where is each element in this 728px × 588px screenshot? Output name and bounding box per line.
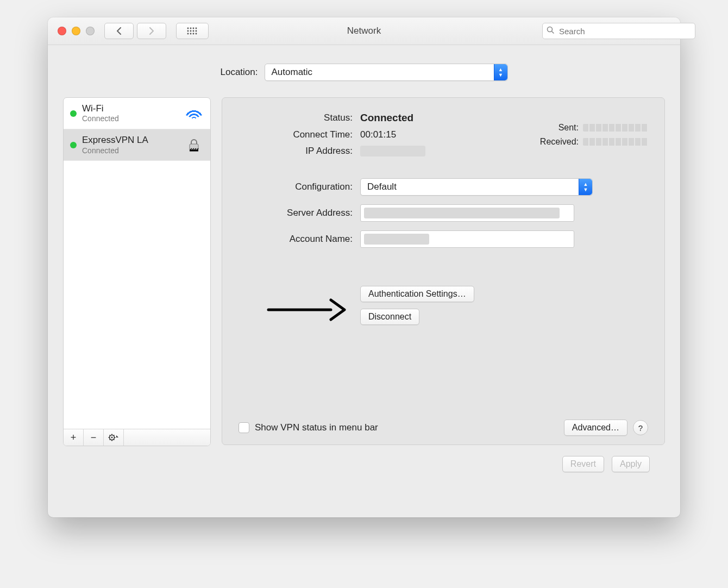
- zoom-window-button: [86, 27, 95, 35]
- sidebar-item-vpn[interactable]: ExpressVPN LA Connected: [64, 129, 210, 161]
- svg-point-8: [187, 33, 189, 35]
- received-meter: [583, 138, 648, 146]
- chevron-left-icon: [116, 27, 122, 35]
- svg-point-5: [190, 30, 192, 32]
- sidebar-item-wifi[interactable]: Wi-Fi Connected: [64, 98, 210, 129]
- connect-time-label: Connect Time:: [239, 129, 353, 140]
- back-button[interactable]: [104, 23, 134, 39]
- status-value: Connected: [360, 112, 648, 124]
- svg-point-1: [190, 28, 192, 29]
- titlebar: Network: [48, 17, 680, 45]
- sidebar-toolbar: + −: [64, 429, 210, 446]
- sidebar-item-name: ExpressVPN LA: [82, 135, 179, 146]
- advanced-button[interactable]: Advanced…: [564, 420, 627, 436]
- svg-point-11: [196, 33, 197, 35]
- annotation-arrow-icon: [266, 293, 347, 328]
- stepper-icon: ▲▼: [579, 179, 592, 195]
- server-address-label: Server Address:: [239, 208, 353, 218]
- authentication-settings-button[interactable]: Authentication Settings…: [360, 286, 474, 302]
- status-dot-icon: [70, 110, 77, 117]
- server-address-field[interactable]: [360, 204, 574, 222]
- network-preferences-window: Network Location: Automatic ▲▼: [48, 17, 680, 517]
- sent-label: Sent:: [540, 123, 579, 133]
- sent-meter: [583, 124, 648, 132]
- search-icon: [547, 26, 554, 35]
- sidebar-item-status: Connected: [82, 114, 179, 123]
- remove-service-button[interactable]: −: [84, 429, 104, 446]
- traffic-lights: [58, 27, 95, 35]
- gear-icon: [108, 434, 119, 441]
- svg-point-6: [193, 30, 194, 32]
- chevron-right-icon: [148, 27, 155, 35]
- wifi-icon: [184, 105, 204, 122]
- svg-point-4: [187, 30, 189, 32]
- server-address-value-redacted: [364, 208, 560, 218]
- add-service-button[interactable]: +: [64, 429, 84, 446]
- configuration-popup[interactable]: Default ▲▼: [360, 178, 593, 196]
- location-value: Automatic: [272, 67, 313, 78]
- sidebar-item-status: Connected: [82, 146, 179, 155]
- configuration-label: Configuration:: [239, 182, 353, 192]
- status-label: Status:: [239, 112, 353, 123]
- show-vpn-status-checkbox[interactable]: [239, 422, 249, 433]
- account-name-value-redacted: [364, 234, 429, 245]
- account-name-field[interactable]: [360, 230, 574, 248]
- configuration-value: Default: [367, 182, 397, 192]
- svg-point-9: [190, 33, 192, 35]
- svg-point-3: [196, 28, 197, 29]
- location-popup[interactable]: Automatic ▲▼: [265, 64, 508, 81]
- svg-point-7: [196, 30, 197, 32]
- location-label: Location:: [221, 67, 258, 78]
- status-dot-icon: [70, 142, 77, 148]
- disconnect-button[interactable]: Disconnect: [360, 309, 419, 325]
- grid-icon: [187, 27, 198, 35]
- ip-address-label: IP Address:: [239, 146, 353, 157]
- forward-button: [137, 23, 166, 39]
- revert-button[interactable]: Revert: [562, 456, 604, 472]
- sidebar-item-name: Wi-Fi: [82, 103, 179, 114]
- service-settings-button[interactable]: [104, 429, 124, 446]
- search-input[interactable]: [542, 23, 695, 39]
- service-detail-pane: Status: Connected Connect Time: 00:01:15…: [222, 97, 665, 445]
- svg-point-16: [111, 437, 113, 439]
- apply-button[interactable]: Apply: [612, 456, 650, 472]
- svg-point-10: [193, 33, 194, 35]
- account-name-label: Account Name:: [239, 234, 353, 245]
- svg-marker-25: [116, 435, 118, 437]
- search-field-wrap: [542, 23, 673, 39]
- service-sidebar: Wi-Fi Connected ExpressVPN LA Connected: [63, 97, 211, 446]
- svg-point-2: [193, 28, 194, 29]
- minimize-window-button[interactable]: [72, 27, 80, 35]
- received-label: Received:: [540, 137, 579, 147]
- lock-icon: [184, 137, 204, 153]
- show-vpn-status-label: Show VPN status in menu bar: [255, 422, 378, 433]
- show-all-button[interactable]: [176, 23, 209, 39]
- svg-point-0: [187, 28, 189, 29]
- help-button[interactable]: ?: [633, 420, 648, 435]
- close-window-button[interactable]: [58, 27, 66, 35]
- svg-line-13: [552, 32, 554, 33]
- svg-point-12: [548, 27, 553, 32]
- service-list: Wi-Fi Connected ExpressVPN LA Connected: [64, 98, 210, 429]
- stepper-icon: ▲▼: [494, 64, 507, 80]
- ip-address-value-redacted: [360, 146, 425, 157]
